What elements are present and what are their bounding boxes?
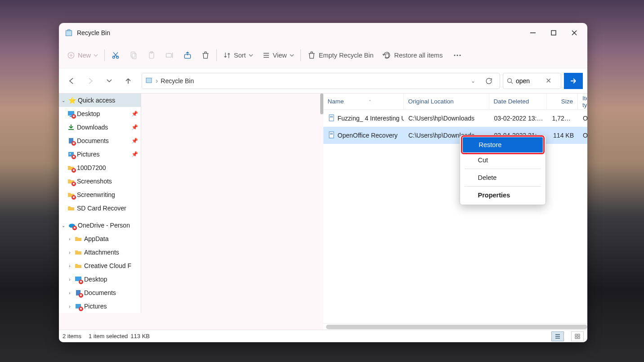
svg-rect-50 bbox=[578, 337, 580, 339]
svg-rect-42 bbox=[330, 133, 333, 134]
sidebar-item-downloads[interactable]: Downloads📌 bbox=[59, 121, 141, 134]
sidebar-item-screenshots[interactable]: Screenshots bbox=[59, 174, 141, 188]
chevron-right-icon: › bbox=[67, 237, 72, 241]
sidebar-scrollbar[interactable] bbox=[320, 94, 323, 114]
forward-button[interactable] bbox=[82, 73, 98, 89]
sidebar-item-pictures[interactable]: Pictures📌 bbox=[59, 147, 141, 161]
sidebar-item-sdcard[interactable]: SD Card Recover bbox=[59, 201, 141, 215]
cut-button[interactable] bbox=[107, 46, 125, 64]
close-button[interactable] bbox=[564, 23, 585, 43]
sidebar-label: Quick access bbox=[78, 97, 115, 104]
empty-label: Empty Recycle Bin bbox=[319, 52, 374, 59]
svg-rect-0 bbox=[66, 31, 72, 36]
paste-button[interactable] bbox=[143, 46, 161, 64]
pictures-icon bbox=[67, 150, 75, 158]
sort-button[interactable]: Sort bbox=[219, 46, 258, 64]
col-label: Original Location bbox=[408, 98, 454, 105]
maximize-button[interactable] bbox=[543, 23, 564, 43]
restore-all-button[interactable]: Restore all items bbox=[378, 46, 447, 64]
search-icon bbox=[507, 78, 513, 84]
new-button[interactable]: New bbox=[63, 46, 103, 64]
col-label: Item type bbox=[582, 95, 587, 108]
sidebar-item-desktop[interactable]: Desktop📌 bbox=[59, 107, 141, 121]
svg-rect-36 bbox=[76, 290, 80, 295]
up-button[interactable] bbox=[120, 73, 136, 89]
chevron-down-icon bbox=[290, 53, 294, 58]
clear-search-button[interactable]: ✕ bbox=[546, 76, 551, 85]
empty-recycle-bin-button[interactable]: Empty Recycle Bin bbox=[303, 46, 378, 64]
chevron-down-icon: ⌄ bbox=[61, 223, 66, 228]
desktop-icon bbox=[74, 275, 82, 283]
separator bbox=[300, 49, 301, 61]
col-name[interactable]: Name⌃ bbox=[323, 94, 404, 109]
sidebar-item-creativecloud[interactable]: ›Creative Cloud F bbox=[59, 259, 141, 273]
sidebar-item-100d7200[interactable]: 100D7200 bbox=[59, 161, 141, 174]
folder-icon bbox=[67, 191, 75, 199]
svg-rect-39 bbox=[330, 116, 333, 116]
recent-button[interactable] bbox=[101, 73, 117, 89]
share-button[interactable] bbox=[179, 46, 197, 64]
svg-rect-49 bbox=[575, 337, 577, 339]
document-icon bbox=[328, 114, 335, 123]
scroll-thumb[interactable] bbox=[326, 325, 588, 329]
sidebar-label: Desktop bbox=[84, 276, 107, 283]
svg-rect-26 bbox=[146, 78, 152, 83]
horizontal-scrollbar[interactable] bbox=[323, 323, 588, 330]
chevron-down-icon[interactable]: ⌄ bbox=[468, 78, 478, 84]
chevron-right-icon: › bbox=[67, 250, 72, 255]
sidebar-item-documents-od[interactable]: ›Documents bbox=[59, 286, 141, 299]
minimize-button[interactable] bbox=[523, 23, 543, 43]
pin-icon: 📌 bbox=[131, 138, 138, 144]
sidebar-quick-access[interactable]: ⌄ ⭐ Quick access bbox=[59, 94, 141, 107]
sidebar-item-appdata[interactable]: ›AppData bbox=[59, 232, 141, 246]
sidebar-onedrive[interactable]: ⌄ OneDrive - Person bbox=[59, 219, 141, 232]
file-row[interactable]: Fuzzing_ 4 Interesting Use Cases & … C:\… bbox=[323, 110, 588, 127]
sidebar-label: Pictures bbox=[77, 151, 100, 158]
copy-button[interactable] bbox=[125, 46, 143, 64]
col-size[interactable]: Size bbox=[547, 94, 578, 109]
breadcrumb-location[interactable]: Recycle Bin bbox=[161, 77, 194, 85]
sidebar-label: Screenshots bbox=[77, 178, 112, 185]
search-go-button[interactable] bbox=[564, 73, 583, 89]
back-button[interactable] bbox=[63, 73, 80, 89]
chevron-right-icon: › bbox=[67, 277, 72, 282]
col-item-type[interactable]: Item type bbox=[578, 94, 587, 109]
view-button[interactable]: View bbox=[258, 46, 299, 64]
sidebar-label: Pictures bbox=[84, 303, 107, 310]
sidebar-item-documents[interactable]: Documents📌 bbox=[59, 134, 141, 147]
svg-line-28 bbox=[511, 82, 513, 84]
file-location: C:\Users\hp\Downloads bbox=[404, 115, 489, 122]
svg-rect-12 bbox=[131, 52, 135, 58]
search-input[interactable] bbox=[516, 77, 543, 85]
documents-icon bbox=[67, 137, 75, 145]
sidebar-item-pictures-od[interactable]: ›Pictures bbox=[59, 299, 141, 313]
sidebar-item-attachments[interactable]: ›Attachments bbox=[59, 246, 141, 259]
file-row[interactable]: OpenOffice Recovery C:\Users\hp\Download… bbox=[323, 127, 588, 144]
refresh-button[interactable] bbox=[481, 77, 497, 85]
more-button[interactable] bbox=[447, 46, 468, 64]
navbar: › Recycle Bin ⌄ ✕ bbox=[59, 68, 587, 93]
rename-button[interactable] bbox=[161, 46, 179, 64]
status-bar: 2 items 1 item selected 113 KB bbox=[59, 330, 587, 342]
column-headers: Name⌃ Original Location Date Deleted Siz… bbox=[323, 94, 588, 110]
col-original-location[interactable]: Original Location bbox=[404, 94, 489, 109]
ctx-delete[interactable]: Delete bbox=[462, 170, 544, 185]
delete-button[interactable] bbox=[197, 46, 215, 64]
ctx-properties[interactable]: Properties bbox=[462, 188, 544, 203]
chevron-down-icon bbox=[94, 53, 98, 58]
ctx-cut[interactable]: Cut bbox=[462, 152, 544, 168]
ctx-label: Properties bbox=[478, 192, 510, 199]
sidebar-item-screenwriting[interactable]: Screenwriting bbox=[59, 188, 141, 201]
details-view-button[interactable] bbox=[551, 331, 564, 341]
ctx-restore[interactable]: Restore bbox=[463, 137, 543, 152]
thumbnails-view-button[interactable] bbox=[571, 331, 584, 341]
col-date-deleted[interactable]: Date Deleted bbox=[489, 94, 547, 109]
folder-icon bbox=[67, 164, 75, 172]
sidebar-label: AppData bbox=[84, 235, 108, 242]
address-bar[interactable]: › Recycle Bin ⌄ bbox=[142, 73, 500, 89]
search-box[interactable]: ✕ bbox=[503, 73, 561, 89]
svg-point-23 bbox=[454, 54, 456, 56]
svg-rect-48 bbox=[578, 334, 580, 336]
sidebar-item-desktop-od[interactable]: ›Desktop bbox=[59, 273, 141, 286]
file-type: OpenDocument Te… bbox=[578, 115, 587, 122]
